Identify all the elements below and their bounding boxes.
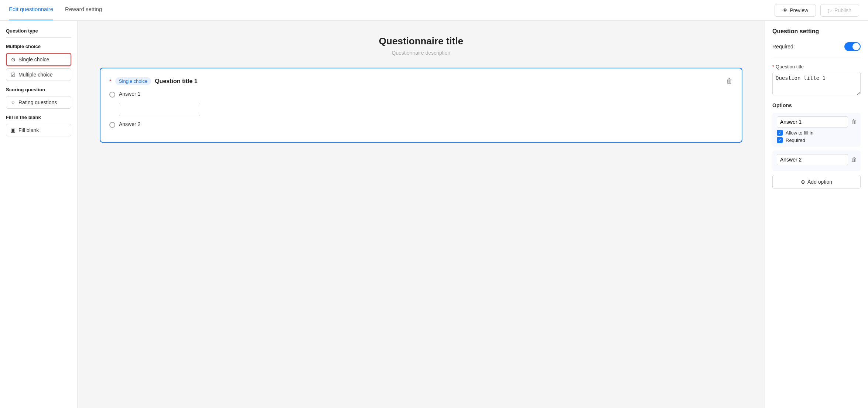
questionnaire-header: Questionnaire title Questionnaire descri…: [100, 35, 742, 56]
main-layout: Question type Multiple choice ⊙ Single c…: [0, 21, 868, 408]
question-title-field-label: * Question title: [772, 64, 861, 69]
send-icon: ▷: [828, 7, 832, 13]
answer-1-input[interactable]: [119, 103, 200, 116]
right-sidebar-title: Question setting: [772, 28, 861, 35]
question-type-badge: Single choice: [115, 77, 151, 85]
questionnaire-description: Questionnaire description: [100, 50, 742, 56]
eye-icon: 👁: [782, 7, 787, 13]
option-required-checkbox[interactable]: [777, 137, 783, 143]
question-card-1: * Single choice Question title 1 🗑 Answe…: [100, 68, 742, 143]
sidebar-item-multiple-choice[interactable]: ☑ Multiple choice: [6, 68, 71, 81]
option-item-1: 🗑 Allow to fill in Required: [772, 113, 861, 147]
right-sidebar: Question setting Required: * Question ti…: [765, 21, 868, 408]
option-required-label: Required: [786, 137, 805, 143]
sidebar-item-fill-blank[interactable]: ▣ Fill blank: [6, 124, 71, 136]
question-title-required-star: *: [772, 64, 774, 69]
option-2-row: 🗑: [777, 154, 856, 165]
option-item-2: 🗑: [772, 150, 861, 171]
answer-option-1: Answer 1: [109, 91, 733, 98]
sidebar-item-rating[interactable]: ☆ Rating questions: [6, 96, 71, 109]
checkbox-icon: ☑: [11, 72, 16, 78]
radio-icon: ⊙: [11, 57, 16, 62]
option-1-input[interactable]: [777, 116, 848, 127]
required-toggle[interactable]: [844, 42, 861, 51]
top-nav-actions: 👁 Preview ▷ Publish: [775, 4, 859, 17]
section-title-scoring: Scoring question: [6, 87, 71, 92]
options-section-title: Options: [772, 102, 861, 108]
radio-circle-2[interactable]: [109, 122, 115, 128]
tab-reward-setting[interactable]: Reward setting: [65, 0, 102, 20]
section-title-multiple-choice: Multiple choice: [6, 44, 71, 49]
nav-tabs: Edit questionnaire Reward setting: [9, 0, 102, 20]
question-header-left: * Single choice Question title 1: [109, 77, 198, 85]
option-2-delete-icon[interactable]: 🗑: [851, 156, 857, 163]
option-1-checkboxes: Allow to fill in Required: [777, 130, 856, 143]
top-nav: Edit questionnaire Reward setting 👁 Prev…: [0, 0, 868, 21]
plus-circle-icon: ⊕: [801, 179, 805, 185]
radio-circle-1[interactable]: [109, 92, 115, 98]
answer-1-input-wrapper: [109, 103, 733, 116]
add-option-button[interactable]: ⊕ Add option: [772, 175, 861, 189]
allow-fill-in-label: Allow to fill in: [786, 130, 813, 136]
allow-fill-in-row: Allow to fill in: [777, 130, 856, 136]
option-1-delete-icon[interactable]: 🗑: [851, 119, 857, 125]
tab-edit-questionnaire[interactable]: Edit questionnaire: [9, 0, 53, 20]
option-2-input[interactable]: [777, 154, 848, 165]
question-type-title: Question type: [6, 28, 71, 34]
left-sidebar: Question type Multiple choice ⊙ Single c…: [0, 21, 78, 408]
delete-question-icon[interactable]: 🗑: [726, 77, 733, 85]
answer-label-2: Answer 2: [119, 121, 140, 127]
preview-button[interactable]: 👁 Preview: [775, 4, 816, 17]
question-card-header: * Single choice Question title 1 🗑: [109, 77, 733, 85]
option-1-row: 🗑: [777, 116, 856, 127]
right-sidebar-divider: [772, 58, 861, 58]
toggle-knob: [852, 43, 860, 50]
questionnaire-title: Questionnaire title: [100, 35, 742, 47]
star-icon: ☆: [11, 99, 16, 105]
section-title-fill-blank: Fill in the blank: [6, 115, 71, 120]
publish-button[interactable]: ▷ Publish: [820, 4, 859, 17]
required-star: *: [109, 78, 112, 84]
question-title-display: Question title 1: [155, 78, 198, 85]
allow-fill-in-checkbox[interactable]: [777, 130, 783, 136]
option-required-row: Required: [777, 137, 856, 143]
required-setting-label: Required:: [772, 44, 795, 50]
question-title-textarea[interactable]: [772, 72, 861, 95]
sidebar-divider-1: [6, 37, 71, 38]
answer-option-2: Answer 2: [109, 121, 733, 128]
sidebar-item-single-choice[interactable]: ⊙ Single choice: [6, 53, 71, 66]
answer-label-1: Answer 1: [119, 91, 140, 97]
fill-icon: ▣: [11, 127, 16, 133]
required-setting-row: Required:: [772, 42, 861, 51]
center-content: Questionnaire title Questionnaire descri…: [78, 21, 765, 408]
